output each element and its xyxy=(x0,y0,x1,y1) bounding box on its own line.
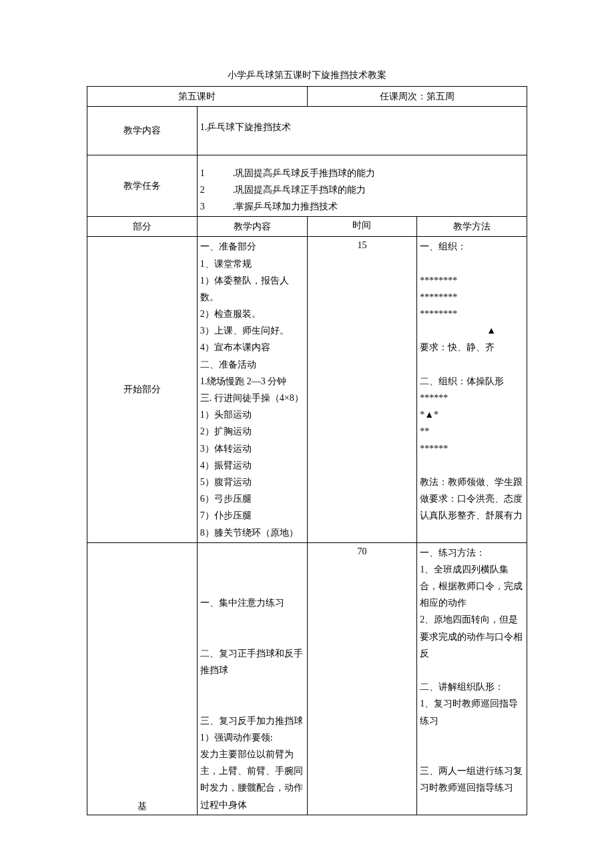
bc-b: 二、复习正手挡球和反手推挡球 xyxy=(200,645,304,679)
bc-a: 一、集中注意力练习 xyxy=(200,594,304,611)
start-content: 一、准备部分 1、课堂常规 1）体委整队，报告人数。 2）检查服装。 3）上课、… xyxy=(197,237,307,542)
sc-c: 1）体委整队，报告人数。 xyxy=(200,272,304,306)
sm-a: 一、组织： xyxy=(420,238,524,255)
bc-d: 1）强调动作要领: xyxy=(200,729,304,746)
start-section-row: 开始部分 一、准备部分 1、课堂常规 1）体委整队，报告人数。 2）检查服装。 … xyxy=(87,237,527,542)
basic-section-row: 基 一、集中注意力练习 二、复习正手挡球和反手推挡球 三、复习反手加力推挡球 1… xyxy=(87,542,527,815)
sc-p: 7）仆步压腿 xyxy=(200,507,304,524)
sc-n: 5）腹背运动 xyxy=(200,474,304,490)
sm-f2: ******** xyxy=(420,289,524,306)
week-cell: 任课周次：第五周 xyxy=(307,87,527,107)
basic-content: 一、集中注意力练习 二、复习正手挡球和反手推挡球 三、复习反手加力推挡球 1）强… xyxy=(197,542,307,815)
sm-g2: *▲* xyxy=(420,406,524,423)
teach-content-cell: 1.乒乓球下旋推挡技术 xyxy=(197,107,527,155)
sc-m: 4）振臂运动 xyxy=(200,457,304,474)
col-method: 教学方法 xyxy=(417,217,527,237)
lesson-plan-table: 第五课时 任课周次：第五周 教学内容 1.乒乓球下旋推挡技术 教学任务 1 .巩… xyxy=(87,86,527,815)
sc-g: 二、准备活动 xyxy=(200,356,304,373)
task-1: 1 .巩固提高乒乓球反手推挡球的能力 xyxy=(200,165,524,181)
col-content: 教学内容 xyxy=(197,217,307,237)
basic-time: 70 xyxy=(307,542,417,815)
teach-task-row: 教学任务 1 .巩固提高乒乓球反手推挡球的能力 2 .巩固提高乒乓球正手挡球的能… xyxy=(87,155,527,217)
bc-e: 发力主要部位以前臂为主，上臂、前臂、手腕同时发力，腰髋配合，动作过程中身体 xyxy=(200,746,304,813)
sm-g4: ****** xyxy=(420,440,524,457)
sm-g1: ****** xyxy=(420,390,524,406)
teach-content-row: 教学内容 1.乒乓球下旋推挡技术 xyxy=(87,107,527,155)
bc-c: 三、复习反手加力推挡球 xyxy=(200,713,304,729)
bm-a: 一、练习方法： xyxy=(420,544,524,561)
sc-d: 2）检查服装。 xyxy=(200,306,304,322)
sc-a: 一、准备部分 xyxy=(200,238,304,255)
start-time: 15 xyxy=(307,237,417,542)
sm-f3: ******** xyxy=(420,306,524,322)
sc-i: 三. 行进间徒手操（4×8） xyxy=(200,390,304,406)
teach-content-text: 1.乒乓球下旋推挡技术 xyxy=(200,122,292,132)
start-method: 一、组织： ******** ******** ******** ▲ 要求：快、… xyxy=(417,237,527,542)
start-label: 开始部分 xyxy=(87,237,198,542)
sm-b: 要求：快、静、齐 xyxy=(420,339,524,356)
sm-f1: ******** xyxy=(420,272,524,289)
sc-e: 3）上课、师生问好。 xyxy=(200,322,304,339)
bm-f: 三、两人一组进行练习复习时教师巡回指导练习 xyxy=(420,763,524,796)
bm-c: 2、原地四面转向，但是要求完成的动作与口令相反 xyxy=(420,611,524,662)
sc-h: 1.绕场慢跑 2—3 分钟 xyxy=(200,373,304,390)
col-time: 时间 xyxy=(307,217,417,237)
sm-f4: ▲ xyxy=(487,322,524,339)
teach-content-label: 教学内容 xyxy=(87,107,198,155)
task-3: 3 .掌握乒乓球加力推挡技术 xyxy=(200,198,524,215)
sm-d: 教法：教师领做、学生跟做要求：口令洪亮、态度认真队形整齐、舒展有力 xyxy=(420,474,524,524)
task-2: 2 .巩固提高乒乓球正手挡球的能力 xyxy=(200,181,524,198)
column-header-row: 部分 教学内容 时间 教学方法 xyxy=(87,217,527,237)
basic-label: 基 xyxy=(87,542,198,815)
page-title: 小学乒乓球第五课时下旋推挡技术教案 xyxy=(87,67,527,83)
bm-e: 1、复习时教师巡回指导练习 xyxy=(420,695,524,729)
basic-method: 一、练习方法： 1、全班成四列横队集合，根据教师口令，完成相应的动作 2、原地四… xyxy=(417,542,527,815)
col-part: 部分 xyxy=(87,217,198,237)
sm-g3: ** xyxy=(420,423,524,440)
teach-task-cell: 1 .巩固提高乒乓球反手推挡球的能力 2 .巩固提高乒乓球正手挡球的能力 3 .… xyxy=(197,155,527,217)
sc-b: 1、课堂常规 xyxy=(200,256,304,272)
sc-j: 1）头部运动 xyxy=(200,406,304,423)
sm-c: 二、组织：体操队形 xyxy=(420,373,524,390)
sc-q: 8）膝关节绕环（原地） xyxy=(200,524,304,541)
header-row: 第五课时 任课周次：第五周 xyxy=(87,87,527,107)
teach-task-label: 教学任务 xyxy=(87,155,198,217)
sc-k: 2）扩胸运动 xyxy=(200,423,304,440)
sc-l: 3）体转运动 xyxy=(200,440,304,457)
bm-d: 二、讲解组织队形： xyxy=(420,679,524,695)
sc-o: 6）弓步压腿 xyxy=(200,490,304,507)
lesson-cell: 第五课时 xyxy=(87,87,308,107)
bm-b: 1、全班成四列横队集合，根据教师口令，完成相应的动作 xyxy=(420,561,524,612)
sc-f: 4）宣布本课内容 xyxy=(200,339,304,356)
